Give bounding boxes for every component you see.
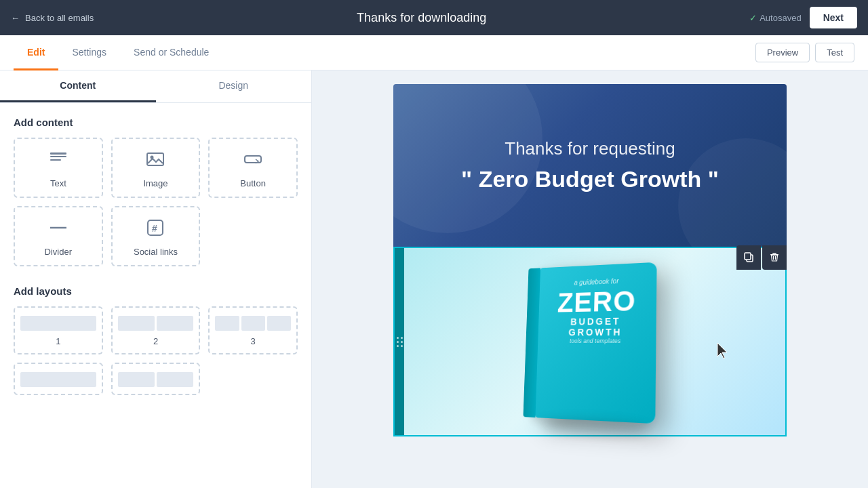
- book-budget-text: BUDGET GROWTH: [547, 315, 646, 338]
- svg-rect-1: [50, 156, 66, 157]
- layout-col: [118, 316, 155, 331]
- layout-preview-2b: [118, 372, 194, 387]
- layout-item-3[interactable]: 3: [208, 306, 298, 354]
- header-block[interactable]: Thanks for requesting " Zero Budget Grow…: [393, 84, 787, 247]
- autosaved-label: Autosaved: [760, 13, 801, 23]
- sidebar-tab-design[interactable]: Design: [156, 70, 312, 102]
- book: a guidebook for ZERO BUDGET GROWTH tools…: [535, 262, 656, 424]
- layout-item-1[interactable]: 1: [14, 306, 103, 354]
- sidebar-content: Add content Text Image: [0, 103, 311, 409]
- svg-rect-2: [50, 159, 61, 161]
- layout-col: [20, 316, 96, 331]
- content-item-button[interactable]: Button: [208, 138, 298, 198]
- layout-preview-2: [118, 316, 194, 331]
- back-arrow-icon: ←: [11, 13, 20, 23]
- text-icon: [49, 150, 68, 173]
- layout-col: [267, 316, 291, 331]
- content-label-social: Social links: [134, 247, 178, 257]
- add-content-title: Add content: [14, 117, 298, 128]
- svg-rect-0: [50, 152, 66, 155]
- layout-grid: 1 2 3: [14, 306, 298, 395]
- book-spine: [523, 268, 540, 418]
- book-text: a guidebook for ZERO BUDGET GROWTH tools…: [538, 262, 657, 359]
- layout-preview-3: [215, 316, 291, 331]
- sub-nav-actions: Preview Test: [755, 43, 854, 62]
- layout-preview-1b: [20, 372, 96, 387]
- drag-dots: [397, 337, 403, 347]
- back-to-all-emails[interactable]: ← Back to all emails: [11, 13, 94, 23]
- main-layout: Content Design Add content Text: [0, 70, 868, 488]
- book-tools-text: tools and templates: [547, 338, 646, 344]
- svg-text:#: #: [152, 223, 157, 234]
- sidebar: Content Design Add content Text: [0, 70, 312, 488]
- email-container: Thanks for requesting " Zero Budget Grow…: [393, 84, 787, 436]
- layout-label-2: 2: [153, 336, 158, 346]
- content-label-button: Button: [240, 178, 266, 188]
- header-title-text: " Zero Budget Growth ": [461, 166, 719, 192]
- tab-settings[interactable]: Settings: [58, 36, 120, 70]
- next-button[interactable]: Next: [810, 7, 857, 28]
- sidebar-tabs: Content Design: [0, 70, 311, 103]
- sub-nav: Edit Settings Send or Schedule Preview T…: [0, 35, 868, 70]
- sidebar-tab-content[interactable]: Content: [0, 70, 156, 102]
- book-zero-text: ZERO: [548, 287, 646, 317]
- page-title: Thanks for downloading: [357, 11, 486, 25]
- svg-rect-10: [745, 253, 751, 260]
- layout-item-2b[interactable]: [111, 363, 201, 395]
- layout-col: [215, 316, 239, 331]
- check-icon: ✓: [749, 13, 757, 23]
- content-grid: Text Image Button: [14, 138, 298, 266]
- layout-label-1: 1: [56, 336, 60, 346]
- cursor-icon: [715, 342, 731, 365]
- layout-label-3: 3: [251, 336, 256, 346]
- header-block-content: Thanks for requesting " Zero Budget Grow…: [393, 84, 787, 247]
- layout-col: [157, 316, 193, 331]
- image-block-wrapper: a guidebook for ZERO BUDGET GROWTH tools…: [393, 247, 787, 436]
- svg-rect-12: [772, 253, 776, 254]
- content-item-social[interactable]: # Social links: [111, 206, 201, 266]
- top-bar-actions: ✓ Autosaved Next: [749, 7, 857, 28]
- drag-handle[interactable]: [395, 248, 404, 435]
- back-label: Back to all emails: [25, 13, 94, 23]
- delete-block-button[interactable]: [762, 245, 787, 270]
- image-icon: [146, 150, 165, 173]
- add-layouts-title: Add layouts: [14, 285, 298, 297]
- content-label-divider: Divider: [45, 247, 72, 257]
- content-item-image[interactable]: Image: [111, 138, 201, 198]
- copy-icon: [743, 251, 754, 264]
- content-label-image: Image: [143, 178, 167, 188]
- layout-col: [20, 372, 96, 387]
- layout-col: [157, 372, 193, 387]
- sub-nav-tabs: Edit Settings Send or Schedule: [14, 35, 222, 70]
- image-block-content: a guidebook for ZERO BUDGET GROWTH tools…: [404, 248, 785, 435]
- button-icon: [243, 150, 262, 173]
- content-label-text: Text: [50, 178, 66, 188]
- image-block[interactable]: a guidebook for ZERO BUDGET GROWTH tools…: [393, 247, 787, 436]
- tab-edit[interactable]: Edit: [14, 36, 58, 70]
- autosaved-status: ✓ Autosaved: [749, 13, 801, 23]
- layout-col: [118, 372, 155, 387]
- book-illustration: a guidebook for ZERO BUDGET GROWTH tools…: [535, 262, 656, 424]
- content-item-text[interactable]: Text: [14, 138, 103, 198]
- divider-icon: [49, 218, 68, 241]
- tab-send-schedule[interactable]: Send or Schedule: [120, 36, 222, 70]
- top-bar: ← Back to all emails Thanks for download…: [0, 0, 868, 35]
- layout-item-1b[interactable]: [14, 363, 103, 395]
- test-button[interactable]: Test: [815, 43, 854, 62]
- header-thanks-text: Thanks for requesting: [505, 138, 675, 159]
- layout-item-2[interactable]: 2: [111, 306, 201, 354]
- preview-button[interactable]: Preview: [755, 43, 810, 62]
- layout-col: [241, 316, 265, 331]
- delete-icon: [769, 251, 780, 264]
- copy-block-button[interactable]: [736, 245, 761, 270]
- layout-preview-1: [20, 316, 96, 331]
- canvas-area[interactable]: Thanks for requesting " Zero Budget Grow…: [312, 70, 868, 488]
- svg-rect-3: [147, 153, 163, 165]
- content-item-divider[interactable]: Divider: [14, 206, 103, 266]
- social-icon: #: [146, 218, 165, 241]
- block-toolbar: [736, 245, 787, 270]
